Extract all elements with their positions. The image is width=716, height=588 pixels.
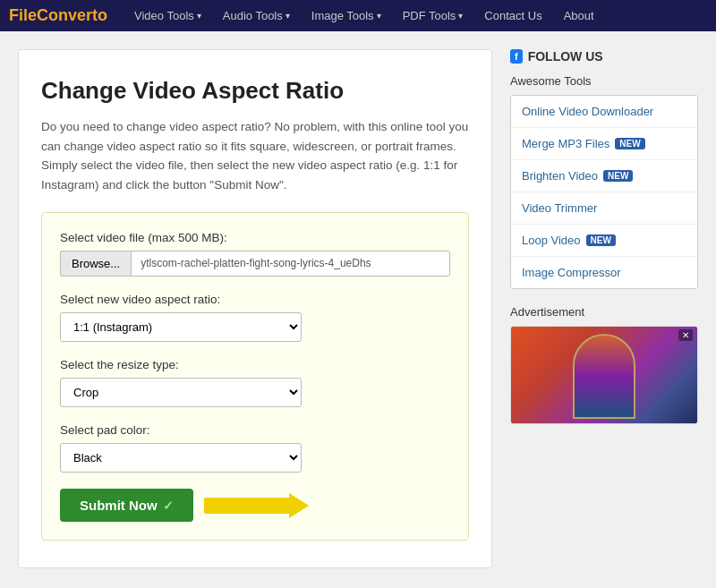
- page-wrapper: Change Video Aspect Ratio Do you need to…: [9, 49, 707, 568]
- file-label: Select video file (max 500 MB):: [60, 231, 450, 244]
- ad-image-artwork: [573, 334, 635, 419]
- chevron-down-icon: ▾: [377, 11, 381, 21]
- file-group: Select video file (max 500 MB): Browse..…: [60, 231, 450, 277]
- tool-item-image-compressor[interactable]: Image Compressor: [511, 257, 697, 288]
- tool-item-loop-video[interactable]: Loop Video NEW: [511, 225, 697, 257]
- advertisement-label: Advertisement: [510, 305, 698, 319]
- follow-us-label: FOLLOW US: [528, 49, 603, 64]
- chevron-down-icon: ▾: [197, 11, 201, 21]
- facebook-icon: f: [510, 49, 523, 64]
- file-name-display: ytlscom-rachel-platten-fight-song-lyrics…: [131, 251, 450, 277]
- tool-item-merge-mp3[interactable]: Merge MP3 Files NEW: [511, 128, 697, 160]
- logo-highlight: o: [98, 6, 107, 24]
- ad-image: ✕: [510, 326, 698, 424]
- ad-close-icon[interactable]: ✕: [678, 329, 693, 341]
- submit-button[interactable]: Submit Now ✓: [60, 489, 193, 522]
- tool-item-brighten-video[interactable]: Brighten Video NEW: [511, 160, 697, 192]
- new-badge: NEW: [586, 234, 616, 246]
- tool-label: Merge MP3 Files: [522, 137, 609, 150]
- tool-label: Loop Video: [522, 234, 581, 247]
- page-description: Do you need to change video aspect ratio…: [41, 117, 469, 194]
- check-icon: ✓: [163, 499, 174, 513]
- main-content: Change Video Aspect Ratio Do you need to…: [18, 49, 492, 568]
- nav-about[interactable]: About: [555, 4, 603, 28]
- tool-item-video-trimmer[interactable]: Video Trimmer: [511, 192, 697, 225]
- resize-type-label: Select the resize type:: [60, 358, 450, 371]
- new-badge: NEW: [615, 138, 644, 149]
- logo-text-main: FileConvert: [9, 6, 98, 24]
- sidebar: f FOLLOW US Awesome Tools Online Video D…: [510, 49, 698, 568]
- resize-type-group: Select the resize type: Crop Pad Stretch: [60, 358, 450, 407]
- arrow-body: [204, 498, 289, 514]
- nav-video-tools[interactable]: Video Tools ▾: [125, 4, 210, 28]
- resize-type-select[interactable]: Crop Pad Stretch: [60, 378, 302, 407]
- tool-label: Brighten Video: [522, 169, 598, 183]
- new-badge: NEW: [603, 170, 633, 182]
- pad-color-select[interactable]: Black White Red Green Blue: [60, 443, 302, 473]
- nav-audio-tools[interactable]: Audio Tools ▾: [214, 4, 299, 28]
- nav-links: Video Tools ▾ Audio Tools ▾ Image Tools …: [125, 4, 707, 28]
- submit-row: Submit Now ✓: [60, 489, 450, 522]
- awesome-tools-title: Awesome Tools: [510, 74, 698, 88]
- arrow-head: [289, 493, 309, 518]
- tool-label: Online Video Downloader: [522, 105, 653, 118]
- file-input-row: Browse... ytlscom-rachel-platten-fight-s…: [60, 251, 450, 277]
- pad-color-label: Select pad color:: [60, 423, 450, 437]
- tool-label: Image Compressor: [522, 266, 621, 279]
- nav-contact-us[interactable]: Contact Us: [475, 4, 550, 28]
- browse-button[interactable]: Browse...: [60, 251, 131, 277]
- aspect-ratio-select[interactable]: 1:1 (Instagram) 16:9 (Widescreen) 4:3 (S…: [60, 312, 302, 342]
- aspect-ratio-group: Select new video aspect ratio: 1:1 (Inst…: [60, 293, 450, 342]
- submit-label: Submit Now: [80, 498, 158, 513]
- nav-pdf-tools[interactable]: PDF Tools ▾: [394, 4, 473, 28]
- tool-item-online-video-downloader[interactable]: Online Video Downloader: [511, 96, 697, 128]
- pad-color-group: Select pad color: Black White Red Green …: [60, 423, 450, 473]
- tool-label: Video Trimmer: [522, 201, 597, 215]
- page-title: Change Video Aspect Ratio: [41, 77, 469, 105]
- tools-list: Online Video Downloader Merge MP3 Files …: [510, 95, 698, 289]
- aspect-ratio-label: Select new video aspect ratio:: [60, 293, 450, 306]
- navbar: FileConverto Video Tools ▾ Audio Tools ▾…: [0, 0, 716, 31]
- follow-us: f FOLLOW US: [510, 49, 698, 64]
- site-logo[interactable]: FileConverto: [9, 6, 107, 25]
- nav-image-tools[interactable]: Image Tools ▾: [303, 4, 390, 28]
- chevron-down-icon: ▾: [286, 11, 290, 21]
- form-area: Select video file (max 500 MB): Browse..…: [41, 212, 469, 541]
- chevron-down-icon: ▾: [458, 11, 463, 21]
- arrow-indicator: [204, 492, 311, 519]
